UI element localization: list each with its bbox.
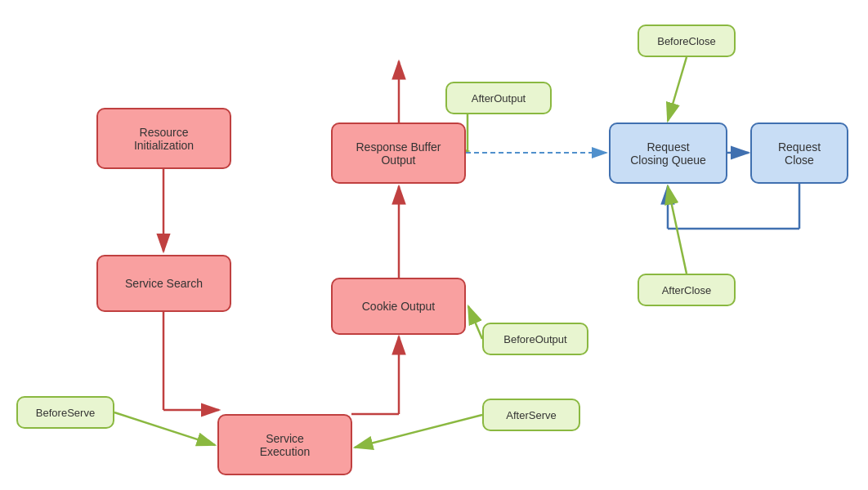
before-serve-node: BeforeServe <box>16 396 114 429</box>
before-output-node: BeforeOutput <box>482 323 588 355</box>
after-serve-node: AfterServe <box>482 399 580 431</box>
resource-initialization-node: Resource Initialization <box>96 108 231 169</box>
response-buffer-output-node: Response Buffer Output <box>331 122 466 184</box>
after-output-node: AfterOutput <box>445 82 552 114</box>
after-close-node: AfterClose <box>638 274 736 306</box>
svg-line-23 <box>668 186 687 274</box>
svg-line-16 <box>355 415 482 448</box>
svg-line-15 <box>468 306 482 339</box>
before-close-node: BeforeClose <box>638 24 736 57</box>
diagram: Resource Initialization Service Search S… <box>0 0 868 490</box>
svg-line-18 <box>668 57 687 121</box>
cookie-output-node: Cookie Output <box>331 278 466 335</box>
service-search-node: Service Search <box>96 255 231 312</box>
request-closing-queue-node: Request Closing Queue <box>609 122 727 184</box>
request-close-node: Request Close <box>750 122 848 184</box>
arrows-svg <box>0 0 868 490</box>
service-execution-node: Service Execution <box>217 414 352 475</box>
svg-line-11 <box>114 412 215 445</box>
